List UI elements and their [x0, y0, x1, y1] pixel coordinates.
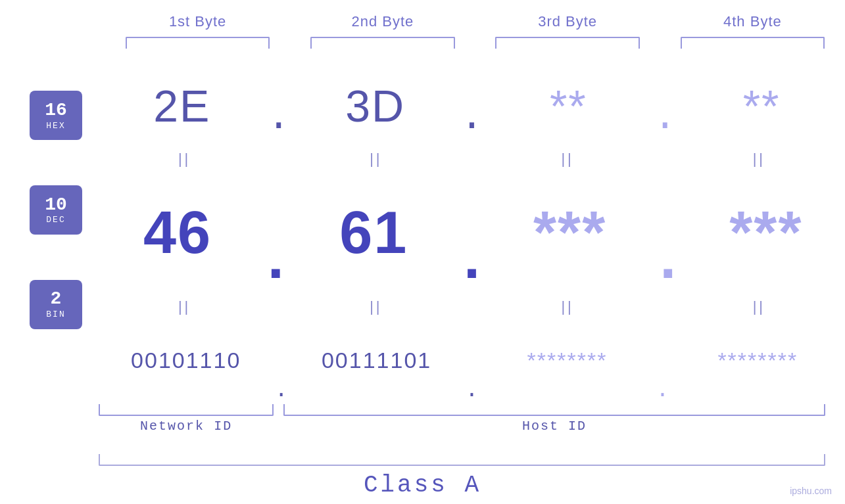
bin-num: 2	[51, 289, 62, 309]
equals-row-1: || || || ||	[99, 149, 845, 169]
hex-b3-cell: **	[485, 80, 652, 131]
byte-headers: 1st Byte 2nd Byte 3rd Byte 4th Byte	[0, 13, 845, 30]
eq1-b1: ||	[99, 150, 270, 168]
bin-b3-cell: ********	[480, 348, 654, 373]
byte3-header: 3rd Byte	[475, 13, 660, 30]
network-bracket	[99, 404, 274, 416]
bracket-top-4	[681, 37, 825, 49]
dot-hex-1: .	[266, 98, 292, 149]
bin-name: BIN	[46, 309, 65, 319]
dec-name: DEC	[46, 215, 65, 225]
bracket-seg-4	[660, 37, 845, 49]
hex-badge: 16 HEX	[30, 91, 82, 140]
bracket-seg-1	[105, 37, 290, 49]
dec-b2-value: 61	[339, 199, 408, 267]
labels-row: Network ID Host ID	[99, 419, 825, 445]
watermark: ipshu.com	[790, 486, 832, 496]
bin-badge: 2 BIN	[30, 280, 82, 329]
byte2-header: 2nd Byte	[290, 13, 475, 30]
hex-b4-cell: **	[678, 80, 845, 131]
byte4-header: 4th Byte	[660, 13, 845, 30]
hex-b1-cell: 2E	[99, 80, 266, 131]
full-bracket	[99, 454, 825, 466]
full-bracket-container	[0, 454, 845, 466]
host-bracket	[283, 404, 825, 416]
dot-bin-3: .	[654, 379, 670, 404]
eq2-b2: ||	[290, 298, 462, 315]
dec-b3-value: ***	[533, 199, 606, 267]
hex-b4-value: **	[743, 80, 781, 131]
bin-b1-value: 00101110	[131, 348, 241, 373]
dot-dec-3: .	[649, 233, 687, 297]
hex-b1-value: 2E	[153, 80, 210, 131]
network-id-label: Network ID	[99, 419, 274, 434]
class-label: Class A	[0, 472, 845, 499]
dec-badge: 10 DEC	[30, 185, 82, 235]
equals-row-2: || || || ||	[99, 297, 845, 317]
base-labels: 16 HEX 10 DEC 2 BIN	[0, 62, 99, 404]
dec-b1-value: 46	[143, 199, 212, 267]
dec-b4-value: ***	[729, 199, 802, 267]
hex-b2-value: 3D	[345, 80, 405, 131]
eq1-b2: ||	[290, 150, 462, 168]
dec-b3-cell: ***	[491, 199, 649, 267]
dot-hex-2: .	[458, 98, 485, 149]
bin-b4-value: ********	[717, 348, 798, 373]
bin-b1-cell: 00101110	[99, 348, 273, 373]
eq1-b4: ||	[673, 150, 845, 168]
bracket-seg-3	[475, 37, 660, 49]
eq2-b1: ||	[99, 298, 270, 315]
dot-dec-2: .	[452, 233, 491, 297]
bracket-seg-2	[290, 37, 475, 49]
bracket-top-3	[495, 37, 639, 49]
host-id-label: Host ID	[283, 419, 825, 434]
content-area: 16 HEX 10 DEC 2 BIN 2E . 3D	[0, 62, 845, 404]
bin-b2-cell: 00111101	[289, 348, 464, 373]
dot-bin-2: .	[464, 379, 479, 404]
dec-b4-cell: ***	[687, 199, 845, 267]
bin-b4-cell: ********	[671, 348, 845, 373]
hex-b3-value: **	[550, 80, 587, 131]
dec-row: 46 . 61 . *** . ***	[99, 169, 845, 296]
dec-b1-cell: 46	[99, 199, 256, 267]
hex-num: 16	[45, 101, 67, 121]
hex-name: HEX	[46, 121, 65, 131]
dec-b2-cell: 61	[295, 199, 452, 267]
top-bracket-row	[0, 37, 845, 49]
dec-num: 10	[45, 195, 67, 216]
dot-bin-1: .	[273, 379, 289, 404]
hex-b2-cell: 3D	[292, 80, 459, 131]
bracket-top-1	[126, 37, 270, 49]
bin-row: 00101110 . 00111101 . ******** . *******…	[99, 317, 845, 404]
bracket-top-2	[310, 37, 454, 49]
bin-b2-value: 00111101	[322, 348, 431, 373]
bottom-bracket-row	[99, 404, 825, 416]
byte1-header: 1st Byte	[105, 13, 290, 30]
hex-row: 2E . 3D . ** . **	[99, 62, 845, 149]
eq2-b3: ||	[482, 298, 654, 315]
bin-b3-value: ********	[527, 348, 608, 373]
dot-hex-3: .	[652, 98, 678, 149]
dot-dec-1: .	[256, 233, 295, 297]
data-columns: 2E . 3D . ** . ** || ||	[99, 62, 845, 404]
eq2-b4: ||	[673, 298, 845, 315]
main-container: 1st Byte 2nd Byte 3rd Byte 4th Byte 16 H…	[0, 0, 845, 504]
bottom-section: Network ID Host ID	[0, 404, 845, 445]
eq1-b3: ||	[482, 150, 654, 168]
